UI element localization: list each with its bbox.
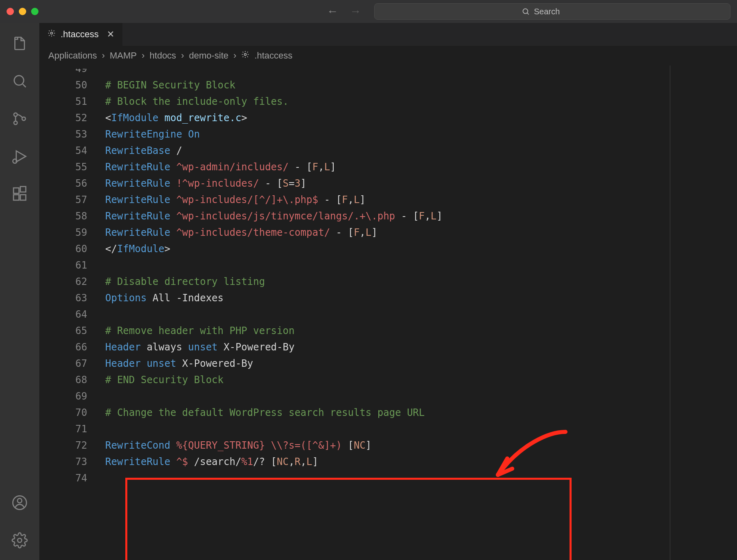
main-row: .htaccess ✕ Applications › MAMP › htdocs… bbox=[0, 23, 737, 560]
line-number: 67 bbox=[39, 355, 87, 372]
code-line[interactable]: RewriteRule ^wp-includes/[^/]+\.php$ - [… bbox=[105, 192, 737, 208]
code-line[interactable]: RewriteRule ^wp-includes/js/tinymce/lang… bbox=[105, 208, 737, 224]
svg-point-2 bbox=[14, 76, 24, 85]
close-window-button[interactable] bbox=[7, 8, 14, 15]
editor-area: .htaccess ✕ Applications › MAMP › htdocs… bbox=[39, 23, 737, 560]
code-line[interactable]: </IfModule> bbox=[105, 241, 737, 257]
code-line[interactable]: Options All -Indexes bbox=[105, 290, 737, 306]
breadcrumb-segment[interactable]: .htaccess bbox=[254, 50, 292, 61]
svg-rect-10 bbox=[14, 195, 19, 200]
code-line[interactable]: RewriteBase / bbox=[105, 142, 737, 159]
line-number: 57 bbox=[39, 192, 87, 208]
code-line[interactable]: Header always unset X-Powered-By bbox=[105, 339, 737, 355]
code-line[interactable]: # Block the include-only files. bbox=[105, 93, 737, 110]
code-line[interactable] bbox=[105, 470, 737, 486]
command-center-search[interactable] bbox=[374, 3, 730, 20]
svg-rect-12 bbox=[20, 187, 26, 192]
code-line[interactable] bbox=[105, 257, 737, 273]
line-number: 58 bbox=[39, 208, 87, 224]
code-editor[interactable]: 4950515253545556575859606162636465666768… bbox=[39, 65, 737, 560]
run-debug-icon[interactable] bbox=[11, 147, 29, 165]
code-line[interactable]: # END Security Block bbox=[105, 372, 737, 388]
line-number: 49 bbox=[39, 69, 87, 77]
line-number: 69 bbox=[39, 388, 87, 404]
svg-line-3 bbox=[23, 84, 26, 87]
window-controls bbox=[7, 8, 38, 15]
svg-point-6 bbox=[22, 117, 25, 120]
svg-point-4 bbox=[14, 113, 17, 116]
svg-point-14 bbox=[18, 499, 22, 503]
nav-forward-button[interactable]: → bbox=[350, 5, 361, 18]
explorer-icon[interactable] bbox=[11, 34, 29, 52]
code-line[interactable] bbox=[105, 388, 737, 404]
extensions-icon[interactable] bbox=[11, 185, 29, 203]
code-line[interactable]: RewriteRule ^$ /search/%1/? [NC,R,L] bbox=[105, 454, 737, 470]
minimize-window-button[interactable] bbox=[19, 8, 26, 15]
line-number: 54 bbox=[39, 142, 87, 159]
code-line[interactable]: RewriteRule ^wp-includes/theme-compat/ -… bbox=[105, 224, 737, 241]
line-number: 64 bbox=[39, 306, 87, 323]
line-number-gutter: 4950515253545556575859606162636465666768… bbox=[39, 65, 99, 560]
tab-bar: .htaccess ✕ bbox=[39, 23, 737, 46]
line-number: 56 bbox=[39, 175, 87, 192]
settings-gear-icon[interactable] bbox=[11, 531, 29, 549]
svg-line-1 bbox=[527, 13, 529, 15]
line-number: 68 bbox=[39, 372, 87, 388]
titlebar: ← → bbox=[0, 0, 737, 23]
line-number: 70 bbox=[39, 404, 87, 421]
nav-back-button[interactable]: ← bbox=[327, 5, 338, 18]
source-control-icon[interactable] bbox=[11, 110, 29, 128]
line-number: 62 bbox=[39, 273, 87, 290]
code-content[interactable]: # BEGIN Security Block# Block the includ… bbox=[99, 65, 737, 560]
svg-point-0 bbox=[523, 9, 528, 14]
code-line[interactable]: RewriteCond %{QUERY_STRING} \\?s=([^&]+)… bbox=[105, 437, 737, 454]
breadcrumbs[interactable]: Applications › MAMP › htdocs › demo-site… bbox=[39, 46, 737, 65]
activity-bar bbox=[0, 23, 39, 560]
file-type-gear-icon bbox=[47, 29, 56, 40]
breadcrumb-segment[interactable]: MAMP bbox=[110, 50, 137, 61]
breadcrumb-segment[interactable]: htdocs bbox=[149, 50, 176, 61]
svg-point-16 bbox=[51, 32, 53, 34]
editor-tab-htaccess[interactable]: .htaccess ✕ bbox=[39, 23, 123, 46]
code-line[interactable]: RewriteRule ^wp-admin/includes/ - [F,L] bbox=[105, 159, 737, 175]
svg-point-15 bbox=[18, 538, 22, 542]
tab-close-icon[interactable]: ✕ bbox=[107, 29, 114, 40]
line-number: 73 bbox=[39, 454, 87, 470]
breadcrumb-segment[interactable]: Applications bbox=[48, 50, 97, 61]
svg-rect-11 bbox=[20, 195, 26, 200]
chevron-right-icon: › bbox=[142, 50, 145, 61]
code-line[interactable]: RewriteRule !^wp-includes/ - [S=3] bbox=[105, 175, 737, 192]
svg-point-17 bbox=[244, 54, 246, 56]
line-number: 65 bbox=[39, 323, 87, 339]
line-number: 63 bbox=[39, 290, 87, 306]
svg-rect-9 bbox=[14, 188, 19, 193]
search-icon bbox=[522, 7, 530, 16]
code-line[interactable]: <IfModule mod_rewrite.c> bbox=[105, 110, 737, 126]
line-number: 74 bbox=[39, 470, 87, 486]
breadcrumb-segment[interactable]: demo-site bbox=[189, 50, 228, 61]
code-line[interactable]: # BEGIN Security Block bbox=[105, 77, 737, 93]
code-line[interactable] bbox=[105, 421, 737, 437]
line-number: 61 bbox=[39, 257, 87, 273]
line-number: 51 bbox=[39, 93, 87, 110]
code-line[interactable] bbox=[105, 306, 737, 323]
accounts-icon[interactable] bbox=[11, 494, 29, 512]
line-number: 53 bbox=[39, 126, 87, 142]
maximize-window-button[interactable] bbox=[31, 8, 38, 15]
chevron-right-icon: › bbox=[102, 50, 105, 61]
code-line[interactable] bbox=[105, 69, 737, 77]
code-line[interactable]: RewriteEngine On bbox=[105, 126, 737, 142]
file-type-gear-icon bbox=[241, 50, 249, 61]
chevron-right-icon: › bbox=[233, 50, 236, 61]
line-number: 72 bbox=[39, 437, 87, 454]
code-line[interactable]: # Remove header with PHP version bbox=[105, 323, 737, 339]
search-activity-icon[interactable] bbox=[11, 72, 29, 90]
search-input[interactable] bbox=[534, 7, 583, 16]
line-number: 71 bbox=[39, 421, 87, 437]
svg-marker-7 bbox=[16, 151, 26, 162]
code-line[interactable]: Header unset X-Powered-By bbox=[105, 355, 737, 372]
code-line[interactable]: # Change the default WordPress search re… bbox=[105, 404, 737, 421]
code-line[interactable]: # Disable directory listing bbox=[105, 273, 737, 290]
svg-point-5 bbox=[14, 121, 17, 124]
line-number: 55 bbox=[39, 159, 87, 175]
